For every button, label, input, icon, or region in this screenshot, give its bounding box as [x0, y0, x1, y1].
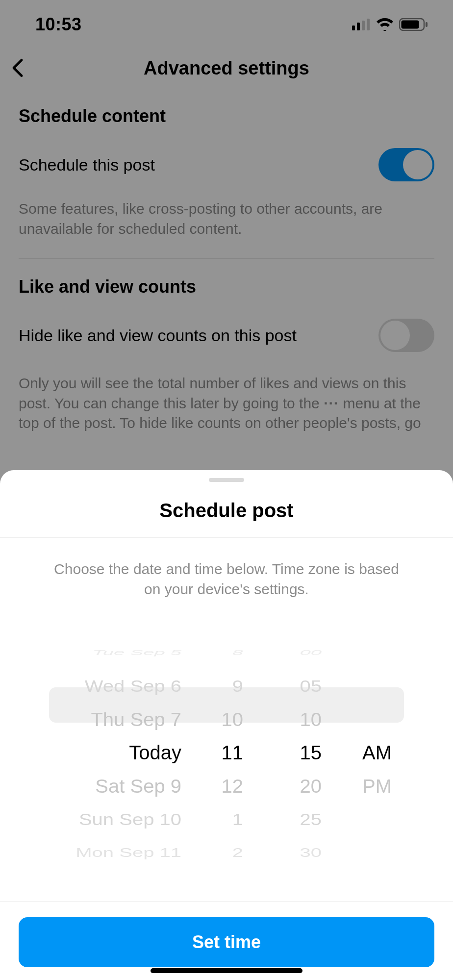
schedule-post-sheet: Schedule post Choose the date and time b…	[0, 470, 453, 980]
picker-hour-column[interactable]: 8 9 10 11 12 1 2	[186, 604, 255, 901]
sheet-grabber[interactable]	[209, 478, 244, 482]
sheet-title: Schedule post	[0, 500, 453, 538]
picker-minute-column[interactable]: 00 05 10 15 20 25 30	[255, 604, 333, 901]
set-time-button[interactable]: Set time	[19, 917, 434, 967]
datetime-picker: Tue Sep 5 Wed Sep 6 Thu Sep 7 Today Sat …	[0, 604, 453, 901]
picker-ampm-column[interactable]: . . . AM PM . .	[333, 604, 404, 901]
picker-date-column[interactable]: Tue Sep 5 Wed Sep 6 Thu Sep 7 Today Sat …	[49, 604, 186, 901]
sheet-desc: Choose the date and time below. Time zon…	[0, 538, 453, 599]
home-indicator[interactable]	[151, 968, 302, 973]
